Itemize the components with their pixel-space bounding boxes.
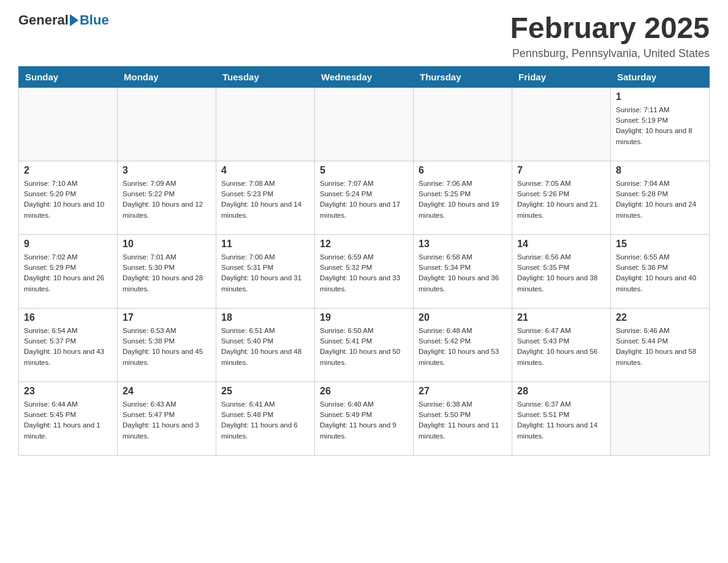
day-number: 4 [221, 165, 309, 176]
week-row-5: 23Sunrise: 6:44 AMSunset: 5:45 PMDayligh… [19, 381, 710, 455]
day-info: Sunrise: 6:51 AMSunset: 5:40 PMDaylight:… [221, 326, 309, 368]
day-number: 17 [123, 312, 211, 323]
location-subtitle: Pennsburg, Pennsylvania, United States [510, 47, 710, 60]
calendar-cell: 20Sunrise: 6:48 AMSunset: 5:42 PMDayligh… [414, 308, 512, 381]
day-info: Sunrise: 6:54 AMSunset: 5:37 PMDaylight:… [24, 326, 112, 368]
week-row-4: 16Sunrise: 6:54 AMSunset: 5:37 PMDayligh… [19, 308, 710, 381]
day-number: 11 [221, 239, 309, 250]
calendar-cell: 2Sunrise: 7:10 AMSunset: 5:20 PMDaylight… [19, 161, 118, 234]
day-info: Sunrise: 6:46 AMSunset: 5:44 PMDaylight:… [616, 326, 704, 368]
day-number: 1 [616, 91, 704, 102]
day-number: 2 [24, 165, 112, 176]
title-area: February 2025 Pennsburg, Pennsylvania, U… [510, 12, 710, 60]
day-info: Sunrise: 6:40 AMSunset: 5:49 PMDaylight:… [320, 399, 408, 442]
day-number: 14 [517, 239, 605, 250]
day-info: Sunrise: 7:11 AMSunset: 5:19 PMDaylight:… [616, 105, 704, 147]
day-info: Sunrise: 6:44 AMSunset: 5:45 PMDaylight:… [24, 399, 112, 442]
day-number: 13 [419, 239, 507, 250]
day-info: Sunrise: 6:50 AMSunset: 5:41 PMDaylight:… [320, 326, 408, 368]
day-info: Sunrise: 6:48 AMSunset: 5:42 PMDaylight:… [419, 326, 507, 368]
day-info: Sunrise: 6:56 AMSunset: 5:35 PMDaylight:… [517, 252, 605, 294]
calendar-cell: 6Sunrise: 7:06 AMSunset: 5:25 PMDaylight… [414, 161, 512, 234]
calendar-cell: 25Sunrise: 6:41 AMSunset: 5:48 PMDayligh… [216, 381, 315, 455]
calendar-cell: 21Sunrise: 6:47 AMSunset: 5:43 PMDayligh… [512, 308, 611, 381]
day-number: 25 [221, 386, 309, 397]
day-number: 9 [24, 239, 112, 250]
calendar-cell: 18Sunrise: 6:51 AMSunset: 5:40 PMDayligh… [216, 308, 315, 381]
day-number: 18 [221, 312, 309, 323]
calendar-cell: 13Sunrise: 6:58 AMSunset: 5:34 PMDayligh… [414, 234, 512, 308]
header: General Blue February 2025 Pennsburg, Pe… [18, 12, 710, 60]
calendar-cell: 10Sunrise: 7:01 AMSunset: 5:30 PMDayligh… [118, 234, 216, 308]
calendar-cell: 12Sunrise: 6:59 AMSunset: 5:32 PMDayligh… [315, 234, 414, 308]
calendar-cell: 11Sunrise: 7:00 AMSunset: 5:31 PMDayligh… [216, 234, 315, 308]
calendar-cell [512, 87, 611, 161]
day-number: 23 [24, 386, 112, 397]
calendar-cell: 15Sunrise: 6:55 AMSunset: 5:36 PMDayligh… [611, 234, 710, 308]
calendar-cell: 19Sunrise: 6:50 AMSunset: 5:41 PMDayligh… [315, 308, 414, 381]
calendar-cell [315, 87, 414, 161]
col-monday: Monday [118, 66, 216, 87]
calendar-cell: 5Sunrise: 7:07 AMSunset: 5:24 PMDaylight… [315, 161, 414, 234]
calendar-cell: 7Sunrise: 7:05 AMSunset: 5:26 PMDaylight… [512, 161, 611, 234]
calendar-cell: 28Sunrise: 6:37 AMSunset: 5:51 PMDayligh… [512, 381, 611, 455]
day-number: 19 [320, 312, 408, 323]
day-number: 28 [517, 386, 605, 397]
calendar-cell: 16Sunrise: 6:54 AMSunset: 5:37 PMDayligh… [19, 308, 118, 381]
logo-general: General [18, 12, 69, 28]
calendar-cell [611, 381, 710, 455]
col-thursday: Thursday [414, 66, 512, 87]
header-row: Sunday Monday Tuesday Wednesday Thursday… [19, 66, 710, 87]
week-row-2: 2Sunrise: 7:10 AMSunset: 5:20 PMDaylight… [19, 161, 710, 234]
day-number: 12 [320, 239, 408, 250]
day-info: Sunrise: 7:07 AMSunset: 5:24 PMDaylight:… [320, 178, 408, 221]
calendar-cell: 14Sunrise: 6:56 AMSunset: 5:35 PMDayligh… [512, 234, 611, 308]
calendar-cell: 26Sunrise: 6:40 AMSunset: 5:49 PMDayligh… [315, 381, 414, 455]
calendar-cell: 8Sunrise: 7:04 AMSunset: 5:28 PMDaylight… [611, 161, 710, 234]
logo-blue: Blue [80, 12, 109, 28]
calendar-cell [118, 87, 216, 161]
day-info: Sunrise: 7:01 AMSunset: 5:30 PMDaylight:… [123, 252, 211, 294]
day-number: 3 [123, 165, 211, 176]
day-number: 16 [24, 312, 112, 323]
day-number: 15 [616, 239, 704, 250]
calendar-cell: 22Sunrise: 6:46 AMSunset: 5:44 PMDayligh… [611, 308, 710, 381]
calendar-cell [19, 87, 118, 161]
calendar-table: Sunday Monday Tuesday Wednesday Thursday… [18, 66, 710, 456]
day-number: 22 [616, 312, 704, 323]
col-tuesday: Tuesday [216, 66, 315, 87]
day-number: 10 [123, 239, 211, 250]
calendar-cell [414, 87, 512, 161]
col-sunday: Sunday [19, 66, 118, 87]
day-number: 6 [419, 165, 507, 176]
day-number: 27 [419, 386, 507, 397]
calendar-cell [216, 87, 315, 161]
day-info: Sunrise: 6:58 AMSunset: 5:34 PMDaylight:… [419, 252, 507, 294]
day-info: Sunrise: 7:02 AMSunset: 5:29 PMDaylight:… [24, 252, 112, 294]
month-title: February 2025 [510, 12, 710, 45]
day-info: Sunrise: 6:53 AMSunset: 5:38 PMDaylight:… [123, 326, 211, 368]
day-number: 21 [517, 312, 605, 323]
day-info: Sunrise: 6:41 AMSunset: 5:48 PMDaylight:… [221, 399, 309, 442]
calendar-cell: 23Sunrise: 6:44 AMSunset: 5:45 PMDayligh… [19, 381, 118, 455]
logo: General Blue [18, 12, 109, 28]
day-number: 5 [320, 165, 408, 176]
calendar-cell: 4Sunrise: 7:08 AMSunset: 5:23 PMDaylight… [216, 161, 315, 234]
day-info: Sunrise: 7:00 AMSunset: 5:31 PMDaylight:… [221, 252, 309, 294]
calendar-cell: 17Sunrise: 6:53 AMSunset: 5:38 PMDayligh… [118, 308, 216, 381]
day-info: Sunrise: 6:55 AMSunset: 5:36 PMDaylight:… [616, 252, 704, 294]
day-info: Sunrise: 7:09 AMSunset: 5:22 PMDaylight:… [123, 178, 211, 221]
day-info: Sunrise: 7:05 AMSunset: 5:26 PMDaylight:… [517, 178, 605, 221]
week-row-1: 1Sunrise: 7:11 AMSunset: 5:19 PMDaylight… [19, 87, 710, 161]
day-number: 7 [517, 165, 605, 176]
day-number: 26 [320, 386, 408, 397]
calendar-cell: 9Sunrise: 7:02 AMSunset: 5:29 PMDaylight… [19, 234, 118, 308]
day-info: Sunrise: 7:04 AMSunset: 5:28 PMDaylight:… [616, 178, 704, 221]
calendar-cell: 27Sunrise: 6:38 AMSunset: 5:50 PMDayligh… [414, 381, 512, 455]
calendar-cell: 24Sunrise: 6:43 AMSunset: 5:47 PMDayligh… [118, 381, 216, 455]
day-info: Sunrise: 6:38 AMSunset: 5:50 PMDaylight:… [419, 399, 507, 442]
logo-arrow-icon [70, 14, 78, 26]
col-saturday: Saturday [611, 66, 710, 87]
day-info: Sunrise: 6:59 AMSunset: 5:32 PMDaylight:… [320, 252, 408, 294]
day-number: 8 [616, 165, 704, 176]
